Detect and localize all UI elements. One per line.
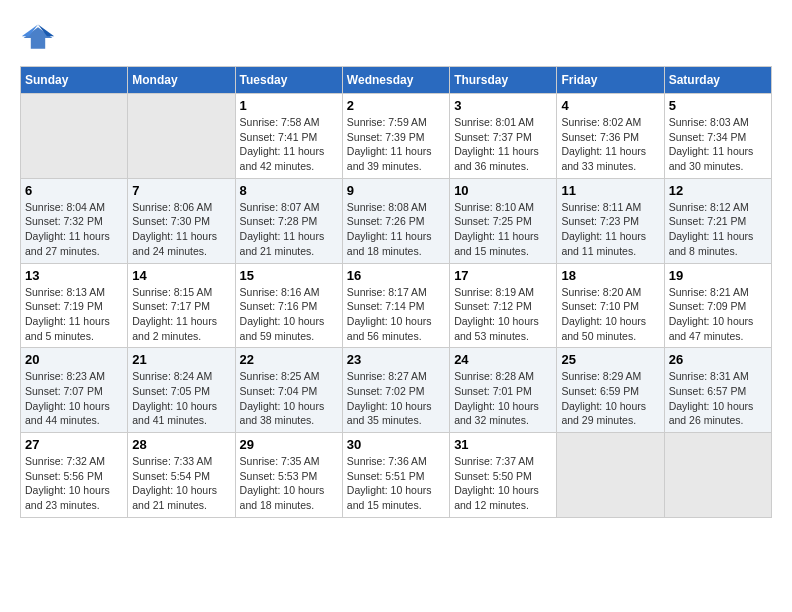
day-number: 9 [347, 183, 445, 198]
cell-content: Sunrise: 8:23 AM Sunset: 7:07 PM Dayligh… [25, 369, 123, 428]
cell-content: Sunrise: 7:37 AM Sunset: 5:50 PM Dayligh… [454, 454, 552, 513]
calendar-cell: 28Sunrise: 7:33 AM Sunset: 5:54 PM Dayli… [128, 433, 235, 518]
day-number: 23 [347, 352, 445, 367]
day-number: 20 [25, 352, 123, 367]
calendar-cell: 19Sunrise: 8:21 AM Sunset: 7:09 PM Dayli… [664, 263, 771, 348]
cell-content: Sunrise: 8:24 AM Sunset: 7:05 PM Dayligh… [132, 369, 230, 428]
weekday-header-wednesday: Wednesday [342, 67, 449, 94]
calendar-cell: 20Sunrise: 8:23 AM Sunset: 7:07 PM Dayli… [21, 348, 128, 433]
cell-content: Sunrise: 8:04 AM Sunset: 7:32 PM Dayligh… [25, 200, 123, 259]
calendar-cell: 27Sunrise: 7:32 AM Sunset: 5:56 PM Dayli… [21, 433, 128, 518]
day-number: 31 [454, 437, 552, 452]
calendar-cell: 16Sunrise: 8:17 AM Sunset: 7:14 PM Dayli… [342, 263, 449, 348]
day-number: 24 [454, 352, 552, 367]
calendar-week-row: 13Sunrise: 8:13 AM Sunset: 7:19 PM Dayli… [21, 263, 772, 348]
day-number: 4 [561, 98, 659, 113]
calendar-cell [128, 94, 235, 179]
cell-content: Sunrise: 8:12 AM Sunset: 7:21 PM Dayligh… [669, 200, 767, 259]
cell-content: Sunrise: 8:11 AM Sunset: 7:23 PM Dayligh… [561, 200, 659, 259]
weekday-header-tuesday: Tuesday [235, 67, 342, 94]
day-number: 28 [132, 437, 230, 452]
day-number: 3 [454, 98, 552, 113]
page-header [20, 20, 772, 56]
calendar-cell [557, 433, 664, 518]
calendar-cell [664, 433, 771, 518]
day-number: 2 [347, 98, 445, 113]
day-number: 11 [561, 183, 659, 198]
day-number: 8 [240, 183, 338, 198]
day-number: 16 [347, 268, 445, 283]
calendar-cell: 6Sunrise: 8:04 AM Sunset: 7:32 PM Daylig… [21, 178, 128, 263]
calendar-cell: 4Sunrise: 8:02 AM Sunset: 7:36 PM Daylig… [557, 94, 664, 179]
calendar-cell: 3Sunrise: 8:01 AM Sunset: 7:37 PM Daylig… [450, 94, 557, 179]
day-number: 1 [240, 98, 338, 113]
cell-content: Sunrise: 8:16 AM Sunset: 7:16 PM Dayligh… [240, 285, 338, 344]
day-number: 12 [669, 183, 767, 198]
weekday-header-thursday: Thursday [450, 67, 557, 94]
day-number: 25 [561, 352, 659, 367]
day-number: 7 [132, 183, 230, 198]
day-number: 18 [561, 268, 659, 283]
cell-content: Sunrise: 8:28 AM Sunset: 7:01 PM Dayligh… [454, 369, 552, 428]
calendar-cell: 9Sunrise: 8:08 AM Sunset: 7:26 PM Daylig… [342, 178, 449, 263]
day-number: 22 [240, 352, 338, 367]
calendar-cell: 12Sunrise: 8:12 AM Sunset: 7:21 PM Dayli… [664, 178, 771, 263]
calendar-body: 1Sunrise: 7:58 AM Sunset: 7:41 PM Daylig… [21, 94, 772, 518]
calendar-cell [21, 94, 128, 179]
logo-icon [20, 20, 56, 56]
logo [20, 20, 60, 56]
cell-content: Sunrise: 8:07 AM Sunset: 7:28 PM Dayligh… [240, 200, 338, 259]
day-number: 27 [25, 437, 123, 452]
day-number: 5 [669, 98, 767, 113]
cell-content: Sunrise: 8:25 AM Sunset: 7:04 PM Dayligh… [240, 369, 338, 428]
calendar-cell: 7Sunrise: 8:06 AM Sunset: 7:30 PM Daylig… [128, 178, 235, 263]
day-number: 10 [454, 183, 552, 198]
cell-content: Sunrise: 8:31 AM Sunset: 6:57 PM Dayligh… [669, 369, 767, 428]
calendar-cell: 23Sunrise: 8:27 AM Sunset: 7:02 PM Dayli… [342, 348, 449, 433]
calendar-cell: 11Sunrise: 8:11 AM Sunset: 7:23 PM Dayli… [557, 178, 664, 263]
day-number: 17 [454, 268, 552, 283]
calendar-cell: 1Sunrise: 7:58 AM Sunset: 7:41 PM Daylig… [235, 94, 342, 179]
calendar-cell: 18Sunrise: 8:20 AM Sunset: 7:10 PM Dayli… [557, 263, 664, 348]
day-number: 19 [669, 268, 767, 283]
cell-content: Sunrise: 7:59 AM Sunset: 7:39 PM Dayligh… [347, 115, 445, 174]
calendar-week-row: 27Sunrise: 7:32 AM Sunset: 5:56 PM Dayli… [21, 433, 772, 518]
cell-content: Sunrise: 8:10 AM Sunset: 7:25 PM Dayligh… [454, 200, 552, 259]
calendar-week-row: 1Sunrise: 7:58 AM Sunset: 7:41 PM Daylig… [21, 94, 772, 179]
day-number: 6 [25, 183, 123, 198]
cell-content: Sunrise: 8:19 AM Sunset: 7:12 PM Dayligh… [454, 285, 552, 344]
cell-content: Sunrise: 8:02 AM Sunset: 7:36 PM Dayligh… [561, 115, 659, 174]
calendar-cell: 5Sunrise: 8:03 AM Sunset: 7:34 PM Daylig… [664, 94, 771, 179]
day-number: 15 [240, 268, 338, 283]
weekday-header-row: SundayMondayTuesdayWednesdayThursdayFrid… [21, 67, 772, 94]
cell-content: Sunrise: 8:01 AM Sunset: 7:37 PM Dayligh… [454, 115, 552, 174]
calendar-week-row: 6Sunrise: 8:04 AM Sunset: 7:32 PM Daylig… [21, 178, 772, 263]
weekday-header-monday: Monday [128, 67, 235, 94]
cell-content: Sunrise: 8:17 AM Sunset: 7:14 PM Dayligh… [347, 285, 445, 344]
calendar-cell: 25Sunrise: 8:29 AM Sunset: 6:59 PM Dayli… [557, 348, 664, 433]
weekday-header-sunday: Sunday [21, 67, 128, 94]
calendar-cell: 22Sunrise: 8:25 AM Sunset: 7:04 PM Dayli… [235, 348, 342, 433]
cell-content: Sunrise: 7:58 AM Sunset: 7:41 PM Dayligh… [240, 115, 338, 174]
cell-content: Sunrise: 8:03 AM Sunset: 7:34 PM Dayligh… [669, 115, 767, 174]
weekday-header-saturday: Saturday [664, 67, 771, 94]
calendar-cell: 24Sunrise: 8:28 AM Sunset: 7:01 PM Dayli… [450, 348, 557, 433]
day-number: 14 [132, 268, 230, 283]
cell-content: Sunrise: 7:32 AM Sunset: 5:56 PM Dayligh… [25, 454, 123, 513]
cell-content: Sunrise: 8:21 AM Sunset: 7:09 PM Dayligh… [669, 285, 767, 344]
cell-content: Sunrise: 7:33 AM Sunset: 5:54 PM Dayligh… [132, 454, 230, 513]
calendar-cell: 2Sunrise: 7:59 AM Sunset: 7:39 PM Daylig… [342, 94, 449, 179]
cell-content: Sunrise: 8:13 AM Sunset: 7:19 PM Dayligh… [25, 285, 123, 344]
day-number: 21 [132, 352, 230, 367]
day-number: 13 [25, 268, 123, 283]
day-number: 26 [669, 352, 767, 367]
calendar-cell: 29Sunrise: 7:35 AM Sunset: 5:53 PM Dayli… [235, 433, 342, 518]
calendar-week-row: 20Sunrise: 8:23 AM Sunset: 7:07 PM Dayli… [21, 348, 772, 433]
calendar-header: SundayMondayTuesdayWednesdayThursdayFrid… [21, 67, 772, 94]
calendar-cell: 31Sunrise: 7:37 AM Sunset: 5:50 PM Dayli… [450, 433, 557, 518]
calendar-cell: 21Sunrise: 8:24 AM Sunset: 7:05 PM Dayli… [128, 348, 235, 433]
calendar-cell: 13Sunrise: 8:13 AM Sunset: 7:19 PM Dayli… [21, 263, 128, 348]
cell-content: Sunrise: 8:20 AM Sunset: 7:10 PM Dayligh… [561, 285, 659, 344]
calendar-cell: 26Sunrise: 8:31 AM Sunset: 6:57 PM Dayli… [664, 348, 771, 433]
cell-content: Sunrise: 8:27 AM Sunset: 7:02 PM Dayligh… [347, 369, 445, 428]
